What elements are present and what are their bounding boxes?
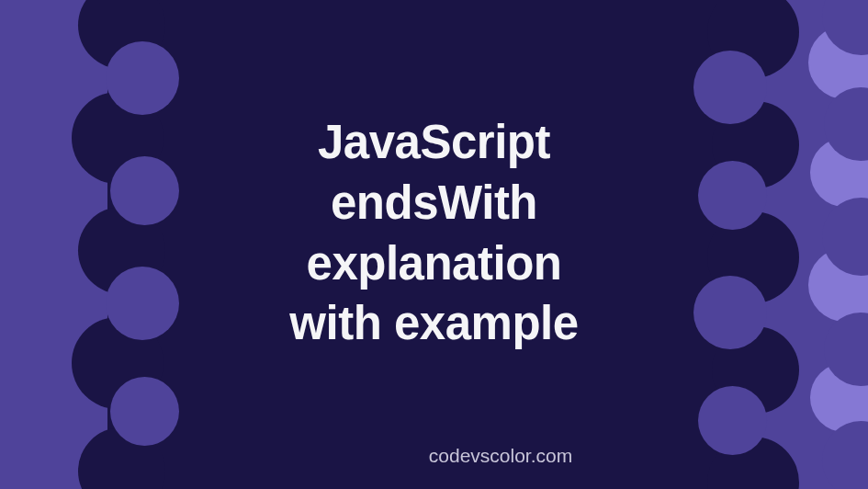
title-line: with example xyxy=(289,297,578,349)
blob-notch xyxy=(110,377,179,446)
title-line: JavaScript xyxy=(318,116,550,168)
title-line: explanation xyxy=(307,237,562,290)
banner-graphic: JavaScript endsWith explanation with exa… xyxy=(0,0,868,489)
title-line: endsWith xyxy=(331,176,537,229)
watermark-text: codevscolor.com xyxy=(0,445,868,467)
banner-title: JavaScript endsWith explanation with exa… xyxy=(0,112,868,354)
blob-notch xyxy=(106,41,179,115)
